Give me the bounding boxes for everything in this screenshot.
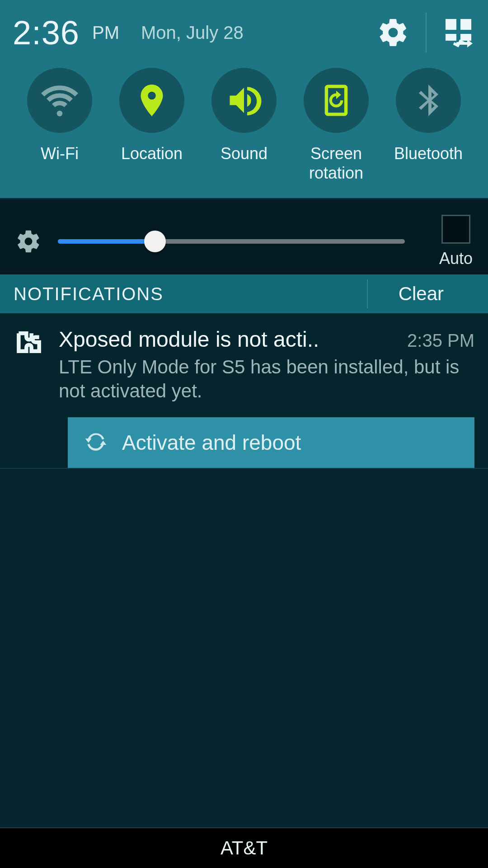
refresh-icon (83, 429, 108, 456)
toggle-label: Screen rotation (309, 144, 363, 183)
notification-title: Xposed module is not acti.. (59, 327, 396, 352)
svg-rect-1 (460, 19, 471, 30)
empty-area (0, 469, 488, 827)
toggle-bluetooth[interactable]: Bluetooth (383, 68, 474, 183)
svg-rect-0 (446, 19, 456, 30)
auto-brightness-checkbox[interactable] (441, 215, 470, 244)
toggle-label: Sound (221, 144, 267, 163)
puzzle-piece-icon (14, 327, 44, 403)
toggle-label: Location (121, 144, 183, 163)
clock-date: Mon, July 28 (141, 23, 244, 43)
toggle-label: Wi-Fi (41, 144, 79, 163)
separator (426, 13, 427, 52)
clear-button[interactable]: Clear (368, 283, 474, 305)
carrier-name: AT&T (221, 837, 267, 859)
toggle-wifi[interactable]: Wi-Fi (14, 68, 105, 183)
notifications-title: NOTIFICATIONS (14, 284, 164, 304)
brightness-slider[interactable] (58, 239, 405, 244)
notification-panel-header: 2:36 PM Mon, July 28 Wi-Fi Location (0, 0, 488, 198)
notification-action-label: Activate and reboot (122, 430, 301, 455)
notification-action-button[interactable]: Activate and reboot (68, 417, 474, 468)
toggle-sound[interactable]: Sound (199, 68, 289, 183)
toggle-label: Bluetooth (394, 144, 463, 163)
clock-time: 2:36 (13, 14, 80, 52)
clock-ampm: PM (92, 23, 119, 43)
toggle-location[interactable]: Location (107, 68, 197, 183)
slider-thumb[interactable] (144, 231, 166, 252)
svg-rect-2 (446, 34, 456, 41)
brightness-settings-icon[interactable] (15, 228, 42, 255)
brightness-row: Auto (0, 198, 488, 274)
notification-item[interactable]: Xposed module is not acti.. 2:35 PM LTE … (0, 313, 488, 469)
settings-icon[interactable] (377, 16, 409, 49)
status-row: 2:36 PM Mon, July 28 (13, 13, 475, 52)
notification-description: LTE Only Mode for S5 has been installed,… (59, 355, 474, 403)
quick-panel-grid-icon[interactable] (443, 16, 475, 49)
svg-rect-3 (460, 34, 471, 41)
notifications-list: Xposed module is not acti.. 2:35 PM LTE … (0, 313, 488, 469)
toggle-screen-rotation[interactable]: Screen rotation (291, 68, 381, 183)
notification-time: 2:35 PM (407, 330, 474, 351)
quick-toggle-row: Wi-Fi Location Sound Screen rotation Blu… (13, 68, 475, 183)
notifications-section-bar: NOTIFICATIONS Clear (0, 274, 488, 313)
carrier-bar: AT&T (0, 827, 488, 868)
auto-brightness-label: Auto (439, 249, 473, 268)
